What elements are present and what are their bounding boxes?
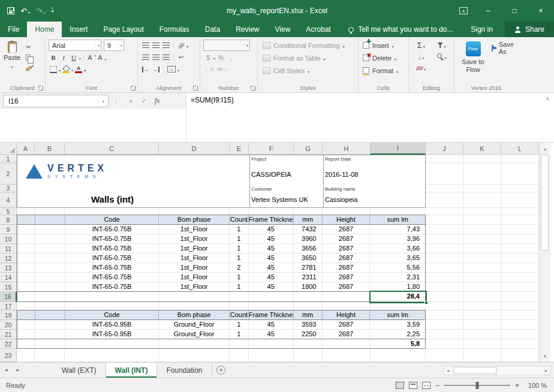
cell[interactable]: 1st_Floor [159, 225, 230, 234]
vertical-scrollbar[interactable]: ▲ ▼ [539, 143, 550, 362]
cell[interactable]: 2687 [323, 282, 371, 291]
merge-center-button[interactable]: ↔ [166, 64, 177, 74]
cell[interactable] [35, 215, 65, 224]
sign-in-link[interactable]: Sign in [459, 22, 505, 37]
row-header-8[interactable]: 8 [0, 215, 17, 225]
cell[interactable] [17, 234, 35, 243]
formula-bar-collapse-button[interactable]: ∧ [546, 96, 549, 101]
cells-area[interactable]: VERTEXS Y S T E M S Project Report Date … [17, 155, 539, 362]
cell[interactable] [35, 234, 65, 243]
cell[interactable]: sum lm [370, 310, 425, 319]
cell[interactable] [159, 339, 230, 348]
tab-formulas[interactable]: Formulas [152, 22, 197, 37]
cell[interactable] [65, 339, 159, 348]
column-header-E[interactable]: E [230, 143, 249, 155]
zoom-level[interactable]: 100 % [524, 382, 547, 389]
cell[interactable]: 2687 [323, 225, 371, 234]
cell[interactable]: 2687 [323, 244, 371, 253]
cell[interactable]: 45 [249, 244, 294, 253]
tab-home[interactable]: Home [27, 22, 62, 37]
cell[interactable] [35, 263, 65, 272]
borders-button[interactable] [49, 64, 58, 74]
cell[interactable] [35, 273, 65, 282]
column-header-L[interactable]: L [501, 143, 539, 155]
cell[interactable]: INT-65-0.75B [65, 254, 159, 263]
page-layout-view-button[interactable] [409, 382, 417, 389]
font-size-combo[interactable]: 9▾ [104, 40, 124, 51]
row-header-9[interactable]: 9 [0, 225, 17, 234]
conditional-formatting-button[interactable]: Conditional Formatting▾ [259, 39, 357, 52]
cell[interactable]: Frame Thickness [249, 310, 294, 319]
cell[interactable]: 1 [230, 282, 249, 291]
cell[interactable] [35, 225, 65, 234]
grow-font-button[interactable]: A▴ [86, 52, 96, 62]
horizontal-scrollbar[interactable]: ◄ ► [443, 366, 551, 375]
cancel-formula-button[interactable]: × [124, 98, 137, 105]
cell[interactable]: 45 [249, 282, 294, 291]
cell[interactable]: 3593 [294, 320, 323, 329]
cell[interactable]: 2687 [323, 320, 371, 329]
find-select-button[interactable]: ▾ [432, 52, 452, 62]
row-header-5[interactable]: 5 [0, 208, 17, 215]
row-header-15[interactable]: 15 [0, 282, 17, 292]
italic-button[interactable]: I [59, 52, 68, 62]
cell[interactable] [17, 273, 35, 282]
row-header-3[interactable]: 3 [0, 185, 17, 192]
cell[interactable]: Bom phase [159, 215, 230, 224]
horizontal-scroll-thumb[interactable] [453, 367, 496, 374]
decrease-decimal-button[interactable]: .00→ [215, 64, 229, 74]
font-color-button[interactable]: A [74, 64, 83, 74]
cell[interactable]: Count [230, 310, 249, 319]
cell[interactable]: 45 [249, 330, 294, 339]
cell[interactable] [17, 215, 35, 224]
cell[interactable]: 3960 [294, 234, 323, 243]
cell[interactable] [35, 310, 65, 319]
cell[interactable]: INT-65-0.75B [65, 263, 159, 272]
row-header-2[interactable]: 2 [0, 163, 17, 185]
cell[interactable]: 1 [230, 330, 249, 339]
redo-button[interactable]: ↷▾ [35, 4, 47, 17]
cell[interactable]: 1 [230, 254, 249, 263]
cell[interactable] [17, 244, 35, 253]
clear-button[interactable]: ▾ [411, 63, 431, 73]
zoom-slider-thumb[interactable] [475, 382, 478, 389]
underline-button[interactable]: U [69, 52, 79, 62]
tab-page-layout[interactable]: Page Layout [95, 22, 151, 37]
cell[interactable]: 3656 [294, 244, 323, 253]
column-header-A[interactable]: A [17, 143, 35, 155]
cell[interactable] [35, 282, 65, 291]
align-bottom-button[interactable] [161, 40, 171, 50]
cell[interactable]: 7,43 [370, 225, 425, 234]
cell[interactable]: 1st_Floor [159, 254, 230, 263]
cell[interactable]: 45 [249, 320, 294, 329]
font-dialog-launcher[interactable] [131, 86, 136, 91]
cell[interactable]: 2,25 [370, 330, 425, 339]
cell[interactable]: 2687 [323, 330, 371, 339]
share-button[interactable]: Share [505, 22, 554, 37]
cell[interactable] [159, 292, 230, 301]
column-header-B[interactable]: B [35, 143, 65, 155]
row-header-13[interactable]: 13 [0, 263, 17, 273]
undo-button[interactable]: ↶▾ [19, 4, 31, 17]
cell[interactable]: 1 [230, 244, 249, 253]
cell[interactable] [230, 339, 249, 348]
cell[interactable] [17, 310, 35, 319]
cell[interactable]: 7432 [294, 225, 323, 234]
align-middle-button[interactable] [151, 40, 161, 50]
cut-button[interactable]: ✂ [26, 43, 34, 51]
align-right-button[interactable] [161, 52, 171, 62]
cell[interactable]: 1 [230, 225, 249, 234]
formula-input[interactable]: =SUM(I9:I15) [191, 96, 234, 104]
cell[interactable]: Ground_Floor [159, 320, 230, 329]
format-as-table-button[interactable]: Format as Table▾ [259, 52, 357, 64]
tab-acrobat[interactable]: Acrobat [298, 22, 338, 37]
tab-review[interactable]: Review [228, 22, 267, 37]
cell[interactable]: 1 [230, 234, 249, 243]
cell[interactable]: 3,66 [370, 244, 425, 253]
cell[interactable]: 1,80 [370, 282, 425, 291]
decrease-indent-button[interactable]: ← [141, 64, 150, 74]
clipboard-dialog-launcher[interactable] [38, 86, 43, 91]
save-as-button[interactable]: Save As [492, 42, 516, 54]
cell[interactable]: 3,65 [370, 254, 425, 263]
cell[interactable]: 5,56 [370, 263, 425, 272]
